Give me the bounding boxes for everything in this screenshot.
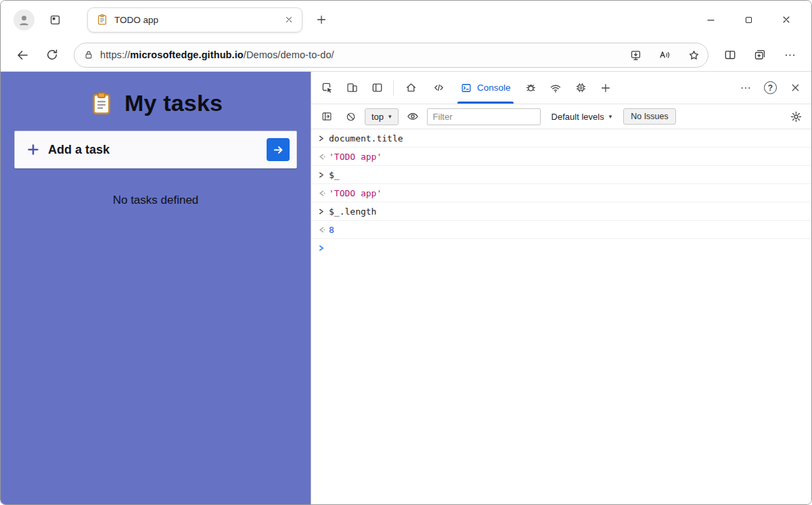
- url-path: /Demos/demo-to-do/: [244, 49, 334, 60]
- console-input-chevron-icon: [318, 135, 329, 142]
- inspect-element-button[interactable]: [315, 72, 340, 104]
- tab-favicon-icon: [96, 14, 108, 26]
- console-command-text: $_.length: [329, 205, 376, 218]
- browser-window: TODO app: [0, 0, 812, 505]
- more-dots-icon: [784, 49, 796, 62]
- console-result-arrow-icon: [318, 226, 329, 234]
- console-result-string: 'TODO app': [329, 187, 382, 200]
- more-dots-icon: [740, 82, 752, 94]
- console-input-chevron-icon: [318, 208, 329, 215]
- console-filter-input[interactable]: [427, 108, 541, 125]
- gear-icon: [790, 110, 803, 123]
- read-aloud-button[interactable]: [653, 43, 676, 66]
- back-arrow-icon: [16, 48, 30, 62]
- console-row: document.title: [311, 129, 811, 148]
- tab-close-button[interactable]: [280, 12, 297, 28]
- todo-app-page: My tasks Add a task No tasks defined: [1, 72, 311, 504]
- console-sidebar-button[interactable]: [317, 107, 336, 126]
- console-sidebar-icon: [321, 110, 333, 123]
- close-icon: [284, 15, 294, 24]
- live-expression-button[interactable]: [403, 107, 422, 126]
- collections-button[interactable]: [746, 42, 773, 68]
- address-bar[interactable]: https://microsoftedge.github.io/Demos/de…: [74, 43, 708, 68]
- console-row: 'TODO app': [311, 148, 811, 166]
- console-row: 8: [311, 221, 811, 239]
- toolbar-separator: [393, 80, 394, 95]
- maximize-button[interactable]: [734, 8, 763, 31]
- javascript-context-dropdown[interactable]: top ▾: [365, 108, 399, 125]
- tab-welcome[interactable]: [397, 72, 425, 104]
- log-levels-dropdown[interactable]: Default levels ▾: [549, 112, 615, 122]
- eye-icon: [406, 110, 420, 123]
- devtools-tab-bar: Console: [311, 72, 811, 104]
- console-log[interactable]: document.title 'TODO app' $_: [311, 129, 811, 504]
- page-title: My tasks: [125, 90, 223, 116]
- chevron-down-icon: ▾: [388, 114, 392, 120]
- window-controls: [696, 8, 800, 31]
- device-emulation-button[interactable]: [340, 72, 365, 104]
- browser-tab[interactable]: TODO app: [87, 7, 302, 32]
- code-brackets-icon: [432, 81, 445, 94]
- arrow-right-icon: [272, 144, 285, 156]
- help-icon: ?: [764, 81, 777, 94]
- add-task-submit-button[interactable]: [267, 138, 290, 161]
- performance-button[interactable]: [568, 72, 593, 104]
- plus-icon: [315, 14, 328, 26]
- dock-panel-icon: [371, 81, 384, 94]
- devtools-help-button[interactable]: ?: [758, 72, 783, 104]
- url-text: https://microsoftedge.github.io/Demos/de…: [100, 49, 618, 60]
- console-result-string: 'TODO app': [329, 150, 382, 163]
- chevron-down-icon: ▾: [609, 114, 612, 120]
- console-terminal-icon: [460, 82, 472, 94]
- tab-console[interactable]: Console: [453, 72, 518, 104]
- tab-strip: TODO app: [1, 1, 811, 39]
- split-screen-button[interactable]: [717, 42, 744, 68]
- tab-actions-icon: [49, 14, 62, 26]
- console-row: 'TODO app': [311, 184, 811, 202]
- devtools-panel: Console: [311, 72, 811, 504]
- devtools-tabbar-spacer: [618, 72, 733, 104]
- devtools-close-button[interactable]: [783, 72, 808, 104]
- minimize-icon: [705, 14, 717, 26]
- read-aloud-icon: [658, 48, 671, 62]
- console-settings-button[interactable]: [786, 107, 805, 126]
- url-scheme: https://: [100, 49, 130, 60]
- console-row: $_.length: [311, 202, 811, 221]
- back-button[interactable]: [9, 42, 36, 68]
- console-toolbar: top ▾ Default levels ▾ No Issues: [311, 104, 811, 129]
- devtools-menu-button[interactable]: [733, 72, 758, 104]
- inspect-cursor-icon: [321, 81, 334, 94]
- home-icon: [405, 81, 418, 94]
- debugger-button[interactable]: [518, 72, 543, 104]
- console-result-arrow-icon: [318, 153, 329, 160]
- add-plus-icon: [26, 142, 41, 157]
- lock-icon: [83, 49, 94, 60]
- new-tab-button[interactable]: [309, 7, 334, 32]
- window-close-button[interactable]: [772, 8, 800, 31]
- console-prompt-chevron-icon: [318, 244, 329, 252]
- issues-badge[interactable]: No Issues: [623, 108, 676, 125]
- tab-actions-button[interactable]: [43, 7, 67, 32]
- app-install-icon: [629, 49, 642, 62]
- clear-console-icon: [345, 111, 357, 123]
- console-result-arrow-icon: [318, 190, 329, 197]
- clear-console-button[interactable]: [341, 107, 360, 126]
- browser-menu-button[interactable]: [776, 42, 803, 68]
- app-install-button[interactable]: [624, 43, 647, 66]
- device-emulation-icon: [346, 81, 359, 94]
- tab-title: TODO app: [114, 15, 274, 25]
- profile-button[interactable]: [12, 7, 36, 32]
- collections-icon: [753, 48, 767, 62]
- console-prompt[interactable]: [311, 239, 811, 254]
- dock-side-button[interactable]: [365, 72, 390, 104]
- minimize-button[interactable]: [696, 8, 725, 31]
- network-conditions-button[interactable]: [543, 72, 568, 104]
- add-task-field[interactable]: Add a task: [14, 131, 297, 169]
- tab-elements[interactable]: [425, 72, 453, 104]
- console-input-chevron-icon: [318, 171, 329, 179]
- favorites-star-button[interactable]: [682, 43, 705, 66]
- more-tools-button[interactable]: [593, 72, 618, 104]
- add-task-label: Add a task: [48, 143, 267, 157]
- maximize-icon: [744, 15, 754, 25]
- refresh-button[interactable]: [39, 42, 66, 68]
